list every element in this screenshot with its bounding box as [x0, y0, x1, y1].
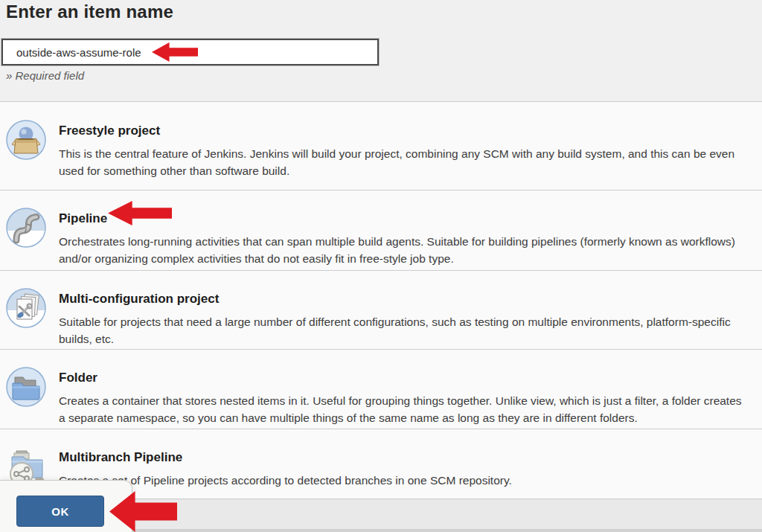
item-type-pipeline[interactable]: Pipeline Orchestrates long-running activ… — [0, 190, 762, 270]
item-name-input[interactable] — [1, 39, 379, 65]
required-field-note: » Required field — [6, 69, 84, 82]
item-type-description: Creates a container that stores nested i… — [59, 392, 750, 427]
item-type-list: Freestyle project This is the central fe… — [0, 103, 762, 498]
item-type-freestyle-project[interactable]: Freestyle project This is the central fe… — [0, 103, 762, 190]
item-type-description: This is the central feature of Jenkins. … — [59, 145, 750, 180]
item-type-description: Suitable for projects that need a large … — [59, 313, 750, 348]
freestyle-project-icon — [6, 120, 46, 160]
item-name-section: Enter an item name » Required field — [0, 0, 762, 102]
item-type-title[interactable]: Freestyle project — [59, 124, 160, 138]
item-type-description: Orchestrates long-running activities tha… — [59, 233, 750, 268]
item-type-title[interactable]: Multi-configuration project — [59, 292, 219, 307]
pipeline-icon — [6, 208, 46, 248]
item-type-folder[interactable]: Folder Creates a container that stores n… — [0, 349, 762, 429]
multi-configuration-icon — [6, 288, 46, 328]
ok-button[interactable]: OK — [16, 496, 104, 527]
folder-icon — [6, 367, 46, 407]
new-item-page: Enter an item name » Required field Free… — [0, 0, 762, 532]
item-type-title[interactable]: Multibranch Pipeline — [59, 450, 182, 465]
item-type-title[interactable]: Folder — [59, 371, 97, 385]
ok-button-panel: OK — [0, 480, 132, 532]
page-title: Enter an item name — [6, 1, 173, 22]
item-type-multi-configuration-project[interactable]: Multi-configuration project Suitable for… — [0, 270, 762, 349]
item-type-title[interactable]: Pipeline — [59, 211, 107, 226]
